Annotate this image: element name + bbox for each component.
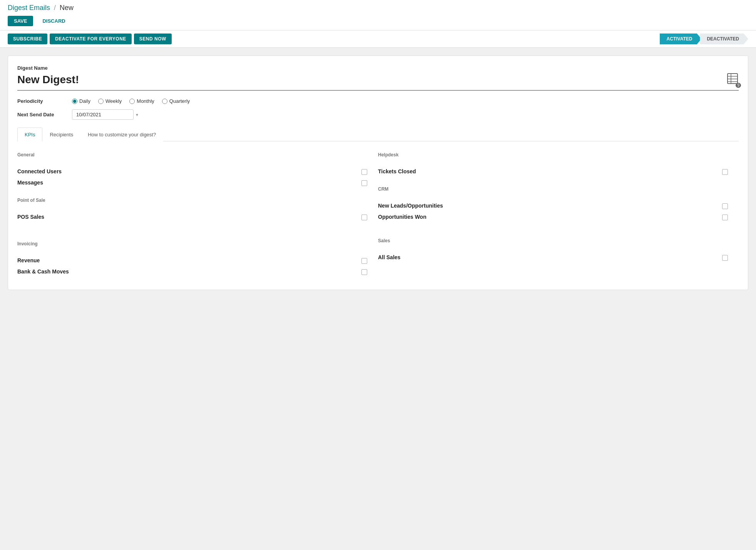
kpi-bank-cash: Bank & Cash Moves — [17, 266, 370, 277]
section-general-header: General — [17, 149, 370, 166]
periodicity-row: Periodicity Daily Weekly Monthly Quarter… — [17, 98, 739, 104]
section-crm: CRM New Leads/Opportunities Opportunitie… — [378, 183, 731, 223]
tab-kpis[interactable]: KPIs — [17, 127, 42, 141]
toolbar-row: SUBSCRIBE DEACTIVATE FOR EVERYONE SEND N… — [0, 30, 756, 48]
kpi-messages: Messages — [17, 177, 370, 188]
section-invoicing-header: Invoicing — [17, 238, 370, 255]
kpi-all-sales-checkbox[interactable] — [722, 255, 728, 261]
kpi-connected-users-checkbox[interactable] — [361, 169, 367, 175]
main-content: Digest Name 9 Periodicity — [0, 48, 756, 298]
kpi-pos-sales-checkbox[interactable] — [361, 215, 367, 220]
radio-monthly-input[interactable] — [129, 99, 135, 104]
radio-weekly-input[interactable] — [98, 99, 104, 104]
radio-monthly-label: Monthly — [137, 98, 154, 104]
section-helpdesk-title: Helpdesk — [378, 152, 398, 159]
section-crm-title: CRM — [378, 186, 388, 193]
kpi-pos-sales: POS Sales — [17, 211, 370, 223]
subscribe-button[interactable]: SUBSCRIBE — [8, 34, 47, 44]
date-select: ▾ — [72, 109, 138, 120]
section-general: General Connected Users Messages — [17, 149, 370, 188]
digest-icon[interactable]: 9 — [726, 72, 739, 87]
section-invoicing: Invoicing Revenue Bank & Cash Moves — [17, 238, 370, 277]
breadcrumb-current: New — [60, 4, 74, 12]
tab-customize[interactable]: How to customize your digest? — [80, 127, 163, 141]
tab-recipients[interactable]: Recipients — [42, 127, 80, 141]
section-sales-title: Sales — [378, 238, 390, 245]
tabs-row: KPIs Recipients How to customize your di… — [17, 127, 739, 141]
chevron-down-icon: ▾ — [136, 112, 138, 117]
digest-name-header: 9 — [17, 72, 739, 91]
kpi-messages-label: Messages — [17, 179, 361, 186]
kpi-tickets-closed: Tickets Closed — [378, 166, 731, 177]
section-sales: Sales All Sales — [378, 235, 731, 263]
breadcrumb-parent[interactable]: Digest Emails — [8, 4, 50, 12]
save-button[interactable]: SAVE — [8, 16, 33, 26]
radio-daily-input[interactable] — [72, 99, 77, 104]
kpi-revenue: Revenue — [17, 255, 370, 266]
radio-weekly-label: Weekly — [105, 98, 122, 104]
icon-badge: 9 — [736, 83, 741, 88]
top-bar: Digest Emails / New SAVE DISCARD — [0, 0, 756, 30]
radio-quarterly-label: Quarterly — [169, 98, 190, 104]
action-buttons: SAVE DISCARD — [8, 16, 748, 30]
send-now-button[interactable]: SEND NOW — [134, 34, 172, 44]
kpi-columns: General Connected Users Messages — [17, 149, 739, 280]
kpi-left-column: General Connected Users Messages — [17, 149, 378, 280]
date-input[interactable] — [72, 109, 134, 120]
periodicity-radio-group: Daily Weekly Monthly Quarterly — [72, 98, 190, 104]
breadcrumb: Digest Emails / New — [8, 4, 748, 12]
kpi-pos-sales-label: POS Sales — [17, 214, 361, 220]
section-helpdesk-header: Helpdesk — [378, 149, 731, 166]
section-helpdesk: Helpdesk Tickets Closed — [378, 149, 731, 177]
section-pos: Point of Sale POS Sales — [17, 195, 370, 223]
section-pos-title: Point of Sale — [17, 198, 45, 205]
breadcrumb-separator: / — [54, 4, 56, 12]
kpi-revenue-label: Revenue — [17, 257, 361, 263]
kpi-bank-cash-checkbox[interactable] — [361, 269, 367, 275]
kpi-new-leads: New Leads/Opportunities — [378, 200, 731, 211]
radio-daily-label: Daily — [79, 98, 90, 104]
kpi-all-sales: All Sales — [378, 252, 731, 263]
next-send-date-row: Next Send Date ▾ — [17, 109, 739, 120]
kpi-new-leads-label: New Leads/Opportunities — [378, 203, 722, 209]
kpi-connected-users: Connected Users — [17, 166, 370, 177]
deactivated-button[interactable]: DEACTIVATED — [700, 34, 748, 44]
kpi-tickets-closed-checkbox[interactable] — [722, 169, 728, 175]
kpi-new-leads-checkbox[interactable] — [722, 203, 728, 209]
section-invoicing-title: Invoicing — [17, 241, 38, 248]
kpi-opportunities-won-label: Opportunities Won — [378, 214, 722, 220]
section-general-title: General — [17, 152, 35, 159]
kpi-opportunities-won-checkbox[interactable] — [722, 215, 728, 220]
section-pos-header: Point of Sale — [17, 195, 370, 211]
radio-quarterly[interactable]: Quarterly — [162, 98, 190, 104]
kpi-content: General Connected Users Messages — [17, 141, 739, 280]
next-send-date-label: Next Send Date — [17, 112, 67, 117]
form-card: Digest Name 9 Periodicity — [8, 55, 748, 290]
digest-title-input[interactable] — [17, 74, 726, 86]
periodicity-label: Periodicity — [17, 98, 67, 104]
kpi-messages-checkbox[interactable] — [361, 180, 367, 186]
status-toggle: ACTIVATED DEACTIVATED — [660, 34, 748, 44]
activated-button[interactable]: ACTIVATED — [660, 34, 702, 44]
kpi-all-sales-label: All Sales — [378, 254, 722, 260]
discard-button[interactable]: DISCARD — [36, 16, 71, 26]
kpi-opportunities-won: Opportunities Won — [378, 211, 731, 223]
kpi-bank-cash-label: Bank & Cash Moves — [17, 268, 361, 275]
radio-daily[interactable]: Daily — [72, 98, 90, 104]
radio-monthly[interactable]: Monthly — [129, 98, 154, 104]
kpi-revenue-checkbox[interactable] — [361, 258, 367, 264]
kpi-tickets-closed-label: Tickets Closed — [378, 168, 722, 174]
svg-rect-0 — [728, 74, 738, 84]
radio-weekly[interactable]: Weekly — [98, 98, 122, 104]
deactivate-everyone-button[interactable]: DEACTIVATE FOR EVERYONE — [50, 34, 132, 44]
section-sales-header: Sales — [378, 235, 731, 252]
digest-name-section: Digest Name 9 — [17, 65, 739, 91]
kpi-right-column: Helpdesk Tickets Closed CRM New — [378, 149, 739, 280]
radio-quarterly-input[interactable] — [162, 99, 167, 104]
section-crm-header: CRM — [378, 183, 731, 200]
digest-name-label: Digest Name — [17, 65, 739, 71]
toolbar-left: SUBSCRIBE DEACTIVATE FOR EVERYONE SEND N… — [8, 34, 172, 44]
kpi-connected-users-label: Connected Users — [17, 168, 361, 174]
